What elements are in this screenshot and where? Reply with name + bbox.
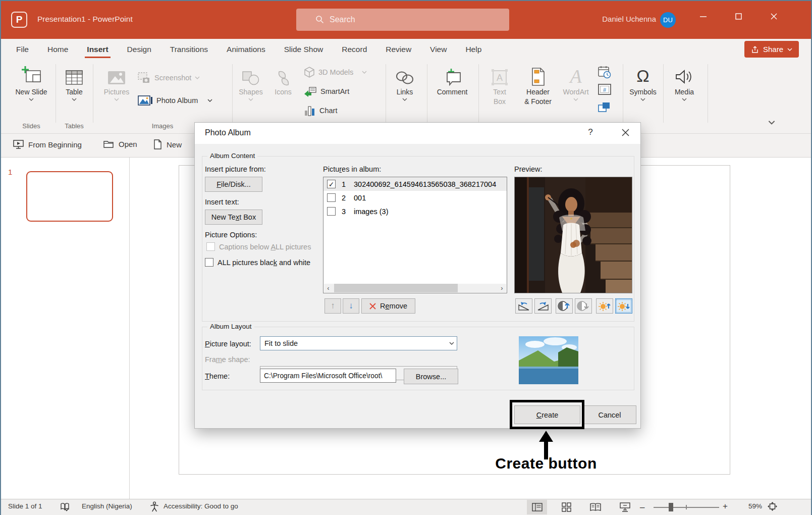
ribbon-divider: [427, 64, 427, 123]
tab-file[interactable]: File: [15, 40, 30, 59]
collapse-ribbon-button[interactable]: [768, 118, 775, 127]
captions-checkbox: [206, 242, 215, 251]
links-button[interactable]: Links: [390, 64, 420, 101]
header-footer-button[interactable]: Header& Footer: [519, 64, 557, 107]
new-slide-label: New Slide: [15, 87, 47, 97]
item-number: 1: [342, 180, 354, 188]
item-checkbox[interactable]: [327, 193, 336, 202]
screenshot-button: Screenshot: [138, 72, 200, 84]
theme-path-input[interactable]: C:\Program Files\Microsoft Office\root\: [260, 369, 396, 383]
slide-thumbnail[interactable]: [26, 171, 113, 222]
slide-indicator[interactable]: Slide 1 of 1: [8, 502, 42, 510]
tab-record[interactable]: Record: [341, 40, 368, 59]
media-button[interactable]: Media: [668, 64, 700, 101]
item-checkbox[interactable]: [327, 207, 336, 216]
new-text-box-button[interactable]: New Text Box: [205, 210, 262, 225]
scroll-left-arrow[interactable]: ‹: [324, 284, 333, 292]
share-button[interactable]: Share: [744, 41, 799, 58]
spell-check-icon[interactable]: [60, 502, 70, 513]
tab-help[interactable]: Help: [464, 40, 482, 59]
dialog-close-button[interactable]: [618, 127, 633, 138]
slide-sorter-view-button[interactable]: [556, 500, 576, 514]
rotate-right-button[interactable]: [534, 298, 552, 314]
scroll-right-arrow[interactable]: ›: [498, 284, 506, 292]
chevron-down-icon: [29, 98, 34, 101]
table-button[interactable]: Table: [60, 64, 89, 101]
tab-view[interactable]: View: [429, 40, 448, 59]
smartart-button[interactable]: SmartArt: [304, 86, 349, 97]
photo-album-button[interactable]: Photo Album: [138, 95, 212, 106]
search-input[interactable]: Search: [296, 9, 509, 31]
header-footer-icon: [530, 68, 546, 86]
insert-object-button[interactable]: [598, 102, 611, 116]
brightness-up-button[interactable]: [596, 298, 613, 314]
tab-design[interactable]: Design: [126, 40, 152, 59]
zoom-out-button[interactable]: –: [640, 502, 644, 512]
pictures-listbox[interactable]: ✓ 1 302400692_614594613565038_368217004 …: [323, 177, 507, 293]
dialog-title-bar[interactable]: [195, 123, 640, 144]
brightness-down-button[interactable]: [615, 298, 632, 314]
symbols-button[interactable]: Ω Symbols: [627, 64, 659, 101]
tab-home[interactable]: Home: [46, 40, 69, 59]
picture-layout-select[interactable]: Fit to slide: [260, 336, 457, 350]
language-indicator[interactable]: English (Nigeria): [82, 502, 132, 510]
links-icon: [395, 70, 415, 86]
comment-button[interactable]: Comment: [432, 64, 472, 97]
tab-animations[interactable]: Animations: [226, 40, 266, 59]
from-beginning-button[interactable]: From Beginning: [13, 139, 82, 149]
tab-slide-show[interactable]: Slide Show: [283, 40, 324, 59]
contrast-up-button[interactable]: [556, 298, 573, 314]
horizontal-scrollbar[interactable]: ‹ ›: [324, 284, 506, 292]
tab-transitions[interactable]: Transitions: [169, 40, 209, 59]
icons-icon: [275, 70, 291, 86]
fit-to-window-icon[interactable]: [767, 501, 778, 513]
list-item[interactable]: 3 images (3): [323, 204, 507, 218]
item-number: 3: [342, 208, 354, 216]
user-name[interactable]: Daniel Uchenna: [590, 15, 656, 23]
item-checkbox-checked[interactable]: ✓: [327, 180, 336, 188]
remove-button[interactable]: Remove: [361, 298, 415, 314]
zoom-slider-thumb[interactable]: [669, 503, 673, 511]
tab-review[interactable]: Review: [385, 40, 412, 59]
user-avatar[interactable]: DU: [660, 12, 676, 28]
chart-button[interactable]: Chart: [304, 105, 337, 117]
new-slide-button[interactable]: New Slide: [14, 64, 48, 101]
accessibility-icon[interactable]: [149, 501, 159, 514]
slide-number-button[interactable]: #: [598, 84, 611, 98]
ribbon-divider: [478, 64, 479, 123]
browse-button[interactable]: Browse...: [404, 369, 458, 384]
move-down-button[interactable]: ↓: [343, 298, 359, 314]
reading-view-button[interactable]: [585, 500, 606, 514]
annotation-label: Create button: [483, 455, 609, 472]
search-placeholder: Search: [330, 15, 355, 24]
contrast-down-icon: [577, 300, 590, 312]
maximize-button[interactable]: [727, 1, 750, 31]
tab-insert[interactable]: Insert: [86, 40, 109, 59]
zoom-level[interactable]: 59%: [739, 502, 762, 510]
theme-label: Theme:: [205, 372, 230, 380]
file-disk-button[interactable]: File/Disk...: [205, 177, 262, 192]
cancel-button[interactable]: Cancel: [583, 405, 636, 424]
pictures-in-album-label: Pictures in album:: [323, 165, 381, 173]
zoom-in-button[interactable]: +: [723, 501, 728, 511]
rotate-left-button[interactable]: [515, 298, 532, 314]
dialog-help-button[interactable]: ?: [583, 127, 598, 137]
minimize-button[interactable]: [691, 1, 715, 31]
open-button[interactable]: Open: [103, 139, 137, 148]
black-white-checkbox[interactable]: [205, 258, 213, 267]
list-item[interactable]: 2 001: [323, 191, 507, 204]
new-button[interactable]: New: [153, 139, 182, 149]
three-d-models-label: 3D Models: [318, 68, 353, 76]
screenshot-label: Screenshot: [154, 74, 191, 82]
chevron-down-icon: [362, 71, 367, 74]
normal-view-button[interactable]: [527, 500, 547, 514]
scrollbar-thumb[interactable]: [334, 284, 458, 292]
list-item[interactable]: ✓ 1 302400692_614594613565038_368217004: [323, 177, 507, 191]
date-time-button[interactable]: [598, 66, 611, 81]
header-footer-label: Header& Footer: [524, 87, 552, 107]
close-button[interactable]: [762, 1, 785, 31]
table-label: Table: [66, 87, 82, 97]
slide-show-view-button[interactable]: [615, 500, 635, 514]
accessibility-status[interactable]: Accessibility: Good to go: [164, 502, 238, 510]
contrast-down-button[interactable]: [575, 298, 592, 314]
